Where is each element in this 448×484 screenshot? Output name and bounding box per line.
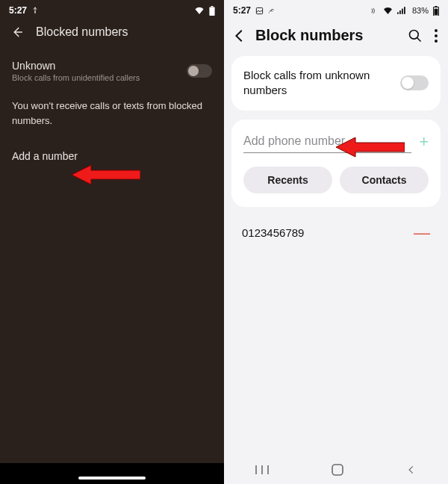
more-icon[interactable] bbox=[435, 29, 438, 43]
blocked-number: 0123456789 bbox=[242, 226, 304, 239]
svg-rect-2 bbox=[211, 6, 214, 7]
unknown-sublabel: Block calls from unidentified callers bbox=[12, 73, 140, 82]
signal-icon bbox=[397, 7, 406, 14]
nfc-small-icon bbox=[370, 7, 379, 15]
nfc-icon bbox=[268, 7, 276, 15]
page-title: Blocked numbers bbox=[36, 25, 128, 39]
svg-rect-11 bbox=[435, 6, 438, 7]
wifi-icon bbox=[194, 7, 205, 14]
remove-icon[interactable]: — bbox=[414, 229, 430, 237]
unknown-callers-row[interactable]: Unknown Block calls from unidentified ca… bbox=[0, 52, 224, 90]
image-icon bbox=[255, 7, 264, 15]
header: Block numbers bbox=[224, 18, 448, 56]
right-screenshot: 5:27 83% Block numbers Block calls from … bbox=[224, 0, 448, 484]
add-icon[interactable]: + bbox=[419, 134, 429, 150]
recents-button[interactable]: Recents bbox=[243, 167, 332, 193]
page-title: Block numbers bbox=[255, 27, 363, 44]
svg-point-14 bbox=[435, 34, 438, 37]
contacts-button[interactable]: Contacts bbox=[340, 167, 429, 193]
unknown-toggle[interactable] bbox=[400, 75, 429, 90]
svg-rect-1 bbox=[209, 7, 214, 16]
add-number-row[interactable]: Add a number bbox=[0, 146, 224, 167]
gesture-bar[interactable] bbox=[78, 477, 146, 480]
svg-rect-7 bbox=[402, 9, 403, 14]
nav-bar bbox=[224, 456, 448, 484]
svg-point-13 bbox=[435, 29, 438, 32]
svg-rect-6 bbox=[399, 10, 401, 14]
unknown-toggle[interactable] bbox=[187, 64, 212, 78]
battery-icon bbox=[433, 6, 439, 16]
add-card: + Recents Contacts bbox=[231, 120, 441, 207]
svg-rect-5 bbox=[397, 12, 399, 13]
search-icon[interactable] bbox=[408, 28, 423, 43]
phone-input[interactable] bbox=[243, 131, 411, 153]
svg-point-0 bbox=[34, 11, 36, 13]
svg-marker-3 bbox=[72, 165, 140, 184]
home-nav-icon[interactable] bbox=[332, 464, 343, 476]
back-icon[interactable] bbox=[231, 28, 248, 44]
info-text: You won't receive calls or texts from bl… bbox=[0, 90, 224, 146]
unknown-label: Block calls from unknown numbers bbox=[243, 68, 390, 99]
unknown-card: Block calls from unknown numbers bbox=[231, 56, 441, 111]
status-bar: 5:27 bbox=[0, 0, 224, 18]
blocked-number-row[interactable]: 0123456789 — bbox=[231, 216, 441, 249]
dnd-icon bbox=[31, 7, 39, 14]
battery-percent: 83% bbox=[412, 6, 429, 15]
battery-icon bbox=[209, 6, 215, 16]
recents-nav-icon[interactable] bbox=[255, 465, 269, 475]
status-bar: 5:27 83% bbox=[224, 0, 448, 18]
svg-point-12 bbox=[410, 30, 419, 39]
svg-rect-8 bbox=[404, 7, 405, 14]
svg-rect-20 bbox=[332, 465, 343, 475]
status-time: 5:27 bbox=[233, 5, 251, 16]
header: Blocked numbers bbox=[0, 18, 224, 52]
left-screenshot: 5:27 Blocked numbers Unknown Block calls… bbox=[0, 0, 224, 484]
wifi-icon bbox=[383, 7, 393, 14]
status-time: 5:27 bbox=[9, 5, 27, 16]
back-icon[interactable] bbox=[10, 25, 24, 39]
bottom-strip bbox=[0, 463, 224, 484]
svg-point-15 bbox=[435, 40, 438, 43]
svg-rect-10 bbox=[434, 8, 438, 14]
back-nav-icon[interactable] bbox=[406, 465, 417, 475]
unknown-label: Unknown bbox=[12, 60, 140, 72]
